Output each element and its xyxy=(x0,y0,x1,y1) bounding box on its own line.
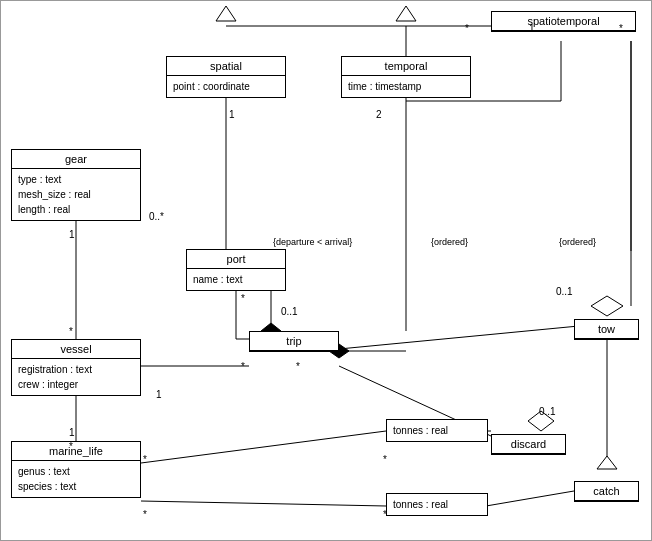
tow-box: tow xyxy=(574,319,639,340)
tonnes-discard-attrs: tonnes : real xyxy=(387,420,487,441)
label-star-ml3: * xyxy=(143,509,147,520)
gear-attr-0: type : text xyxy=(18,172,134,187)
port-box: port name : text xyxy=(186,249,286,291)
catch-box: catch xyxy=(574,481,639,502)
gear-attr-2: length : real xyxy=(18,202,134,217)
label-01-tow: 0..1 xyxy=(556,286,573,297)
trip-title: trip xyxy=(250,332,338,351)
gear-title: gear xyxy=(12,150,140,169)
label-star-gear: * xyxy=(69,326,73,337)
gear-box: gear type : text mesh_size : real length… xyxy=(11,149,141,221)
svg-marker-3 xyxy=(216,6,236,21)
trip-box: trip xyxy=(249,331,339,352)
tonnes-discard-box: tonnes : real xyxy=(386,419,488,442)
svg-line-22 xyxy=(141,501,386,506)
label-01-trip: 0..1 xyxy=(281,306,298,317)
label-1-spatial: 1 xyxy=(229,109,235,120)
discard-title: discard xyxy=(492,435,565,454)
label-0star: 0..* xyxy=(149,211,164,222)
vessel-attr-1: crew : integer xyxy=(18,377,134,392)
tonnes-discard-attr: tonnes : real xyxy=(393,423,481,438)
label-2-temporal: 2 xyxy=(376,109,382,120)
tow-title: tow xyxy=(575,320,638,339)
label-1-sptemp-mid: 1 xyxy=(529,23,535,34)
spatiotemporal-title: spatiotemporal xyxy=(492,12,635,31)
temporal-box: temporal time : timestamp xyxy=(341,56,471,98)
svg-marker-26 xyxy=(591,296,623,316)
port-attr-0: name : text xyxy=(193,272,279,287)
temporal-title: temporal xyxy=(342,57,470,76)
marine-life-attr-0: genus : text xyxy=(18,464,134,479)
label-departure: {departure < arrival} xyxy=(273,237,352,247)
label-star2-trip: * xyxy=(296,361,300,372)
spatial-box: spatial point : coordinate xyxy=(166,56,286,98)
label-star-vessel: * xyxy=(69,441,73,452)
marine-life-attr-1: species : text xyxy=(18,479,134,494)
spatial-attrs: point : coordinate xyxy=(167,76,285,97)
label-01-discard: 0..1 xyxy=(539,406,556,417)
label-star-port: * xyxy=(241,293,245,304)
diagram-canvas: gear type : text mesh_size : real length… xyxy=(0,0,652,541)
vessel-attr-0: registration : text xyxy=(18,362,134,377)
vessel-box: vessel registration : text crew : intege… xyxy=(11,339,141,396)
spatiotemporal-box: spatiotemporal xyxy=(491,11,636,32)
label-star-trip: * xyxy=(241,361,245,372)
port-attrs: name : text xyxy=(187,269,285,290)
label-star-sptemp-left: * xyxy=(465,23,469,34)
vessel-attrs: registration : text crew : integer xyxy=(12,359,140,395)
gear-attrs: type : text mesh_size : real length : re… xyxy=(12,169,140,220)
temporal-attrs: time : timestamp xyxy=(342,76,470,97)
vessel-title: vessel xyxy=(12,340,140,359)
tonnes-catch-attr: tonnes : real xyxy=(393,497,481,512)
spatial-attr-0: point : coordinate xyxy=(173,79,279,94)
label-1c: 1 xyxy=(156,389,162,400)
catch-title: catch xyxy=(575,482,638,501)
label-star-sptemp-right: * xyxy=(619,23,623,34)
marine-life-box: marine_life genus : text species : text xyxy=(11,441,141,498)
svg-marker-25 xyxy=(597,456,617,469)
svg-line-21 xyxy=(141,431,386,463)
label-star-ml2: * xyxy=(383,454,387,465)
tonnes-catch-attrs: tonnes : real xyxy=(387,494,487,515)
tonnes-catch-box: tonnes : real xyxy=(386,493,488,516)
label-1b: 1 xyxy=(69,427,75,438)
spatial-title: spatial xyxy=(167,57,285,76)
label-star-ml4: * xyxy=(383,509,387,520)
svg-marker-5 xyxy=(396,6,416,21)
svg-line-30 xyxy=(486,491,574,506)
temporal-attr-0: time : timestamp xyxy=(348,79,464,94)
label-1a: 1 xyxy=(69,229,75,240)
label-star-ml1: * xyxy=(143,454,147,465)
port-title: port xyxy=(187,250,285,269)
marine-life-attrs: genus : text species : text xyxy=(12,461,140,497)
label-ordered1: {ordered} xyxy=(431,237,468,247)
discard-box: discard xyxy=(491,434,566,455)
marine-life-title: marine_life xyxy=(12,442,140,461)
label-ordered2: {ordered} xyxy=(559,237,596,247)
gear-attr-1: mesh_size : real xyxy=(18,187,134,202)
